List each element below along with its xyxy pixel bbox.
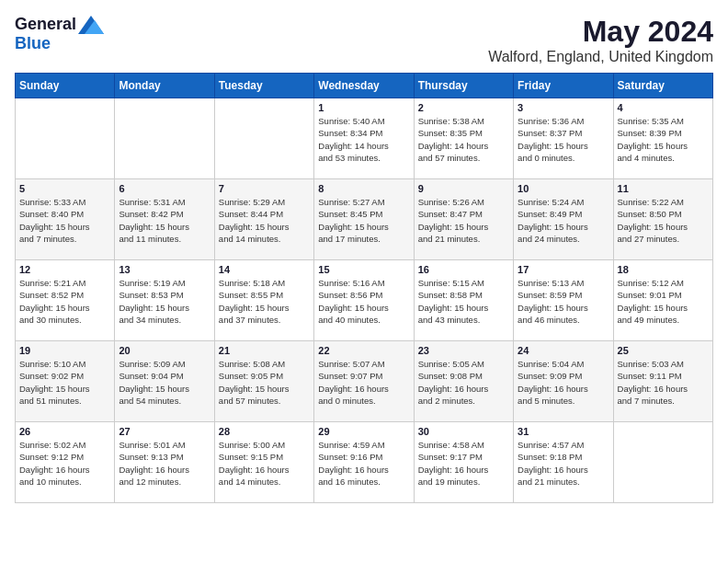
- day-info: Sunrise: 5:01 AM Sunset: 9:13 PM Dayligh…: [119, 439, 210, 488]
- calendar-cell: 6Sunrise: 5:31 AM Sunset: 8:42 PM Daylig…: [115, 179, 214, 260]
- calendar-cell: [16, 98, 115, 179]
- day-number: 27: [119, 426, 210, 437]
- day-number: 20: [119, 345, 210, 356]
- day-number: 12: [19, 264, 110, 275]
- day-info: Sunrise: 5:31 AM Sunset: 8:42 PM Dayligh…: [119, 196, 210, 245]
- calendar-cell: 30Sunrise: 4:58 AM Sunset: 9:17 PM Dayli…: [414, 422, 513, 503]
- day-info: Sunrise: 5:35 AM Sunset: 8:39 PM Dayligh…: [618, 115, 709, 164]
- day-info: Sunrise: 5:19 AM Sunset: 8:53 PM Dayligh…: [119, 277, 210, 326]
- day-info: Sunrise: 5:00 AM Sunset: 9:15 PM Dayligh…: [219, 439, 310, 488]
- calendar-cell: [115, 98, 214, 179]
- day-number: 26: [19, 426, 110, 437]
- calendar-cell: 1Sunrise: 5:40 AM Sunset: 8:34 PM Daylig…: [314, 98, 414, 179]
- day-info: Sunrise: 5:40 AM Sunset: 8:34 PM Dayligh…: [318, 115, 409, 164]
- day-number: 10: [518, 183, 609, 194]
- calendar-cell: 11Sunrise: 5:22 AM Sunset: 8:50 PM Dayli…: [613, 179, 712, 260]
- day-number: 5: [19, 183, 110, 194]
- col-tuesday: Tuesday: [214, 74, 313, 98]
- day-info: Sunrise: 5:15 AM Sunset: 8:58 PM Dayligh…: [418, 277, 509, 326]
- day-info: Sunrise: 5:27 AM Sunset: 8:45 PM Dayligh…: [318, 196, 409, 245]
- calendar-cell: 9Sunrise: 5:26 AM Sunset: 8:47 PM Daylig…: [414, 179, 513, 260]
- day-info: Sunrise: 5:03 AM Sunset: 9:11 PM Dayligh…: [618, 358, 709, 407]
- calendar-week-1: 1Sunrise: 5:40 AM Sunset: 8:34 PM Daylig…: [16, 98, 713, 179]
- day-number: 9: [418, 183, 509, 194]
- day-number: 8: [318, 183, 409, 194]
- day-number: 17: [518, 264, 609, 275]
- calendar-cell: 19Sunrise: 5:10 AM Sunset: 9:02 PM Dayli…: [16, 341, 115, 422]
- day-number: 29: [318, 426, 409, 437]
- day-number: 7: [219, 183, 310, 194]
- col-wednesday: Wednesday: [314, 74, 414, 98]
- calendar-cell: 28Sunrise: 5:00 AM Sunset: 9:15 PM Dayli…: [214, 422, 313, 503]
- calendar-cell: 24Sunrise: 5:04 AM Sunset: 9:09 PM Dayli…: [514, 341, 613, 422]
- calendar-cell: 15Sunrise: 5:16 AM Sunset: 8:56 PM Dayli…: [314, 260, 414, 341]
- calendar-cell: 16Sunrise: 5:15 AM Sunset: 8:58 PM Dayli…: [414, 260, 513, 341]
- day-number: 11: [618, 183, 709, 194]
- day-number: 30: [418, 426, 509, 437]
- day-number: 6: [119, 183, 210, 194]
- logo: General Blue: [15, 15, 104, 53]
- day-number: 18: [618, 264, 709, 275]
- day-number: 13: [119, 264, 210, 275]
- col-saturday: Saturday: [613, 74, 712, 98]
- day-number: 3: [518, 102, 609, 113]
- calendar-cell: 23Sunrise: 5:05 AM Sunset: 9:08 PM Dayli…: [414, 341, 513, 422]
- col-thursday: Thursday: [414, 74, 513, 98]
- day-info: Sunrise: 5:24 AM Sunset: 8:49 PM Dayligh…: [518, 196, 609, 245]
- day-number: 15: [318, 264, 409, 275]
- calendar-week-3: 12Sunrise: 5:21 AM Sunset: 8:52 PM Dayli…: [16, 260, 713, 341]
- calendar-cell: 4Sunrise: 5:35 AM Sunset: 8:39 PM Daylig…: [613, 98, 712, 179]
- calendar-cell: 5Sunrise: 5:33 AM Sunset: 8:40 PM Daylig…: [16, 179, 115, 260]
- col-monday: Monday: [115, 74, 214, 98]
- day-info: Sunrise: 5:38 AM Sunset: 8:35 PM Dayligh…: [418, 115, 509, 164]
- day-info: Sunrise: 5:16 AM Sunset: 8:56 PM Dayligh…: [318, 277, 409, 326]
- day-info: Sunrise: 5:26 AM Sunset: 8:47 PM Dayligh…: [418, 196, 509, 245]
- day-info: Sunrise: 4:59 AM Sunset: 9:16 PM Dayligh…: [318, 439, 409, 488]
- calendar-cell: 13Sunrise: 5:19 AM Sunset: 8:53 PM Dayli…: [115, 260, 214, 341]
- day-number: 23: [418, 345, 509, 356]
- day-number: 1: [318, 102, 409, 113]
- calendar-cell: 17Sunrise: 5:13 AM Sunset: 8:59 PM Dayli…: [514, 260, 613, 341]
- day-info: Sunrise: 5:29 AM Sunset: 8:44 PM Dayligh…: [219, 196, 310, 245]
- day-info: Sunrise: 5:22 AM Sunset: 8:50 PM Dayligh…: [618, 196, 709, 245]
- day-info: Sunrise: 5:08 AM Sunset: 9:05 PM Dayligh…: [219, 358, 310, 407]
- logo-general: General: [15, 15, 76, 34]
- header-row: Sunday Monday Tuesday Wednesday Thursday…: [16, 74, 713, 98]
- calendar-cell: [214, 98, 313, 179]
- day-number: 19: [19, 345, 110, 356]
- day-info: Sunrise: 4:57 AM Sunset: 9:18 PM Dayligh…: [518, 439, 609, 488]
- calendar-cell: [613, 422, 712, 503]
- calendar-cell: 18Sunrise: 5:12 AM Sunset: 9:01 PM Dayli…: [613, 260, 712, 341]
- calendar-subtitle: Walford, England, United Kingdom: [488, 49, 713, 65]
- logo-icon: [78, 16, 104, 34]
- day-info: Sunrise: 5:12 AM Sunset: 9:01 PM Dayligh…: [618, 277, 709, 326]
- day-info: Sunrise: 5:18 AM Sunset: 8:55 PM Dayligh…: [219, 277, 310, 326]
- calendar-cell: 2Sunrise: 5:38 AM Sunset: 8:35 PM Daylig…: [414, 98, 513, 179]
- calendar-cell: 14Sunrise: 5:18 AM Sunset: 8:55 PM Dayli…: [214, 260, 313, 341]
- calendar-cell: 29Sunrise: 4:59 AM Sunset: 9:16 PM Dayli…: [314, 422, 414, 503]
- calendar-cell: 26Sunrise: 5:02 AM Sunset: 9:12 PM Dayli…: [16, 422, 115, 503]
- calendar-week-4: 19Sunrise: 5:10 AM Sunset: 9:02 PM Dayli…: [16, 341, 713, 422]
- day-number: 24: [518, 345, 609, 356]
- day-number: 21: [219, 345, 310, 356]
- day-info: Sunrise: 5:02 AM Sunset: 9:12 PM Dayligh…: [19, 439, 110, 488]
- calendar-cell: 31Sunrise: 4:57 AM Sunset: 9:18 PM Dayli…: [514, 422, 613, 503]
- title-area: May 2024 Walford, England, United Kingdo…: [488, 15, 713, 65]
- day-info: Sunrise: 5:21 AM Sunset: 8:52 PM Dayligh…: [19, 277, 110, 326]
- calendar-cell: 12Sunrise: 5:21 AM Sunset: 8:52 PM Dayli…: [16, 260, 115, 341]
- day-info: Sunrise: 5:09 AM Sunset: 9:04 PM Dayligh…: [119, 358, 210, 407]
- calendar-cell: 7Sunrise: 5:29 AM Sunset: 8:44 PM Daylig…: [214, 179, 313, 260]
- col-sunday: Sunday: [16, 74, 115, 98]
- day-number: 31: [518, 426, 609, 437]
- calendar-cell: 21Sunrise: 5:08 AM Sunset: 9:05 PM Dayli…: [214, 341, 313, 422]
- day-info: Sunrise: 5:04 AM Sunset: 9:09 PM Dayligh…: [518, 358, 609, 407]
- calendar-cell: 25Sunrise: 5:03 AM Sunset: 9:11 PM Dayli…: [613, 341, 712, 422]
- day-info: Sunrise: 5:05 AM Sunset: 9:08 PM Dayligh…: [418, 358, 509, 407]
- day-info: Sunrise: 5:33 AM Sunset: 8:40 PM Dayligh…: [19, 196, 110, 245]
- day-info: Sunrise: 5:13 AM Sunset: 8:59 PM Dayligh…: [518, 277, 609, 326]
- day-number: 2: [418, 102, 509, 113]
- day-info: Sunrise: 4:58 AM Sunset: 9:17 PM Dayligh…: [418, 439, 509, 488]
- day-info: Sunrise: 5:10 AM Sunset: 9:02 PM Dayligh…: [19, 358, 110, 407]
- calendar-title: May 2024: [488, 15, 713, 49]
- calendar-cell: 22Sunrise: 5:07 AM Sunset: 9:07 PM Dayli…: [314, 341, 414, 422]
